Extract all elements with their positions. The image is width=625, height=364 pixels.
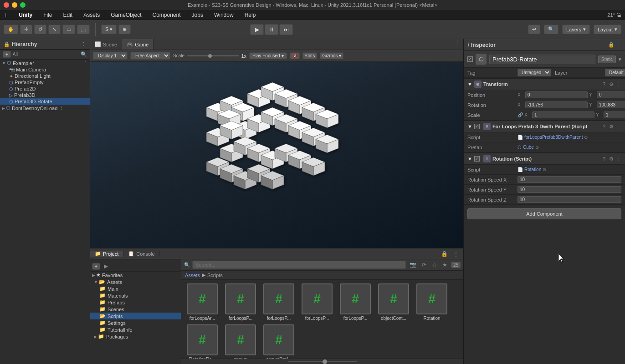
hierarchy-item-prefab2d[interactable]: ⬡ Prefab2D [0, 86, 90, 92]
assets-menu[interactable]: Assets [82, 11, 102, 19]
hand-tool-button[interactable]: ✋ [4, 25, 18, 34]
tab-game[interactable]: 🎮 Game [122, 39, 154, 50]
aspect-dropdown[interactable]: Free Aspect [130, 52, 170, 60]
folder-scripts[interactable]: 📂 Scripts [90, 313, 181, 319]
bottom-more-icon[interactable]: ⋮ [451, 250, 461, 258]
pivot-button[interactable]: S ▾ [101, 25, 117, 34]
search-button[interactable]: 🔍 [544, 25, 558, 34]
item-menu-example[interactable]: ⋮ [83, 61, 88, 66]
scale-tool-button[interactable]: ⤡ [48, 25, 61, 34]
play-button[interactable]: ▶ [250, 24, 264, 35]
forloops-script-ref[interactable]: 📄 forLoopsPrefab3DwithParent ⊙ [517, 135, 588, 140]
hierarchy-item-camera[interactable]: 📷 Main Camera [0, 66, 90, 73]
step-button[interactable]: ⏭ [279, 24, 293, 35]
folder-settings[interactable]: 📁 Settings [90, 319, 181, 326]
hierarchy-item-prefabempty[interactable]: ⬡ PrefabEmpty [0, 79, 90, 86]
object-active-checkbox[interactable]: ✓ [467, 56, 473, 62]
file-menu[interactable]: File [41, 11, 54, 19]
folder-prefabs[interactable]: 📁 Prefabs [90, 299, 181, 306]
transform-more-icon[interactable]: ⋮ [616, 81, 621, 87]
transform-settings-icon[interactable]: ⚙ [609, 81, 614, 87]
star-icon[interactable]: ★ [441, 261, 449, 269]
favorites-item[interactable]: ▶ ★ Favorites [90, 272, 181, 278]
apple-menu[interactable]:  [4, 10, 10, 20]
inspector-lock-icon[interactable]: 🔒 [608, 42, 615, 48]
hierarchy-item-example[interactable]: ▼ ⬡ Example* ⋮ [0, 60, 90, 66]
asset-item-3[interactable]: # forLoopsP... [300, 283, 334, 321]
asset-item-4[interactable]: # forLoopsP... [338, 283, 373, 321]
stats-button[interactable]: Stats [302, 52, 318, 59]
transform-component-header[interactable]: ▼ ⊕ Transform ? ⚙ ⋮ [464, 78, 625, 90]
tab-project[interactable]: 📁 Project [90, 251, 123, 257]
star-filter-icon[interactable]: ☆ [430, 261, 439, 269]
asset-item-7[interactable]: # RotationRa... [185, 324, 220, 359]
asset-item-9[interactable]: # spawnPref... [261, 324, 296, 359]
zoom-controls[interactable] [288, 361, 357, 362]
tab-more-icon[interactable]: ⋮ [451, 39, 463, 50]
zoom-thumb[interactable] [323, 359, 327, 364]
gizmos-button[interactable]: Gizmos ▾ [320, 52, 343, 59]
asset-item-0[interactable]: # forLoopsAr... [185, 283, 220, 321]
edit-menu[interactable]: Edit [61, 11, 74, 19]
rotation-speed-z-input[interactable] [517, 196, 621, 203]
maximize-button[interactable] [20, 2, 26, 8]
rotation-active-checkbox[interactable]: ✓ [474, 156, 480, 162]
forloops-more-icon[interactable]: ⋮ [616, 124, 621, 130]
project-add-button[interactable]: + [92, 263, 100, 270]
refresh-icon[interactable]: ⟳ [420, 261, 428, 269]
lock-icon[interactable]: 🔒 [4, 41, 10, 47]
asset-item-8[interactable]: # spawn [223, 324, 258, 359]
asset-item-6[interactable]: # Rotation [415, 283, 449, 321]
folder-packages[interactable]: ▶ 📁 Packages [90, 333, 181, 340]
asset-item-5[interactable]: # objectCont... [376, 283, 411, 321]
rotation-script-ref[interactable]: 📄 Rotation ⊙ [517, 167, 546, 172]
asset-item-1[interactable]: # forLoopsP... [223, 283, 258, 321]
rotation-script-link-icon[interactable]: ⊙ [543, 167, 546, 172]
rect-tool-button[interactable]: ▭ [62, 25, 75, 34]
help-menu[interactable]: Help [243, 11, 258, 19]
assets-search-input[interactable] [192, 261, 406, 269]
hierarchy-add-button[interactable]: + [3, 51, 11, 58]
display-dropdown[interactable]: Display 1 [93, 52, 128, 60]
forloops-question-icon[interactable]: ? [603, 124, 605, 129]
hierarchy-search-icon[interactable]: 🔍 [81, 51, 87, 57]
tab-console[interactable]: 📋 Console [123, 251, 159, 257]
move-tool-button[interactable]: ✛ [20, 25, 32, 34]
asset-item-2[interactable]: # forLoopsP... [261, 283, 296, 321]
rotation-question-icon[interactable]: ? [603, 156, 605, 162]
folder-scenes[interactable]: 📁 Scenes [90, 306, 181, 313]
jobs-menu[interactable]: Jobs [190, 11, 205, 19]
scale-x-input[interactable] [532, 111, 594, 118]
mute-button[interactable]: 🔇 [290, 52, 300, 59]
path-assets[interactable]: Assets [185, 273, 200, 278]
rotation-more-icon[interactable]: ⋮ [616, 156, 621, 162]
minimize-button[interactable] [12, 2, 17, 8]
hierarchy-item-prefab3d[interactable]: ▷ Prefab3D [0, 92, 90, 98]
forloops-settings-icon[interactable]: ⚙ [609, 124, 614, 130]
new-folder-icon[interactable]: 📷 [408, 261, 418, 269]
hierarchy-item-prefab3d-rotate[interactable]: ⬡ Prefab3D-Rotate [0, 98, 90, 105]
project-arrow-icon[interactable]: ▶ [102, 262, 110, 270]
inspector-more-icon[interactable]: ⋮ [616, 42, 621, 48]
folder-assets[interactable]: ▼ 📂 Assets [90, 278, 181, 285]
add-component-button[interactable]: Add Component [467, 208, 621, 219]
tag-dropdown[interactable]: Untagged [517, 69, 551, 76]
scale-y-input[interactable] [604, 111, 625, 118]
folder-materials[interactable]: 📁 Materials [90, 292, 181, 299]
unity-menu[interactable]: Unity [17, 11, 34, 19]
hierarchy-item-light[interactable]: ☀ Directional Light [0, 73, 90, 79]
traffic-lights[interactable] [4, 2, 26, 8]
link-scale-icon[interactable]: 🔗 [517, 112, 523, 117]
rotation-settings-icon[interactable]: ⚙ [609, 156, 614, 162]
gameobject-menu[interactable]: GameObject [109, 11, 143, 19]
window-menu[interactable]: Window [212, 11, 236, 19]
local-global-button[interactable]: ⊕ [118, 25, 131, 34]
transform-question-icon[interactable]: ? [603, 81, 605, 87]
static-dropdown-icon[interactable]: ▾ [619, 56, 621, 62]
rotation-y-input[interactable] [597, 101, 625, 108]
forloops-component-header[interactable]: ▼ ✓ # For Loops Prefab 3 Dwith Parent (S… [464, 120, 625, 132]
rotation-speed-y-input[interactable] [517, 186, 621, 193]
hierarchy-item-dontdestroy[interactable]: ▶ ⬡ DontDestroyOnLoad ⋮ [0, 105, 90, 111]
layout-dropdown[interactable]: Layout ▾ [594, 25, 621, 34]
layers-dropdown[interactable]: Layers ▾ [562, 25, 590, 34]
